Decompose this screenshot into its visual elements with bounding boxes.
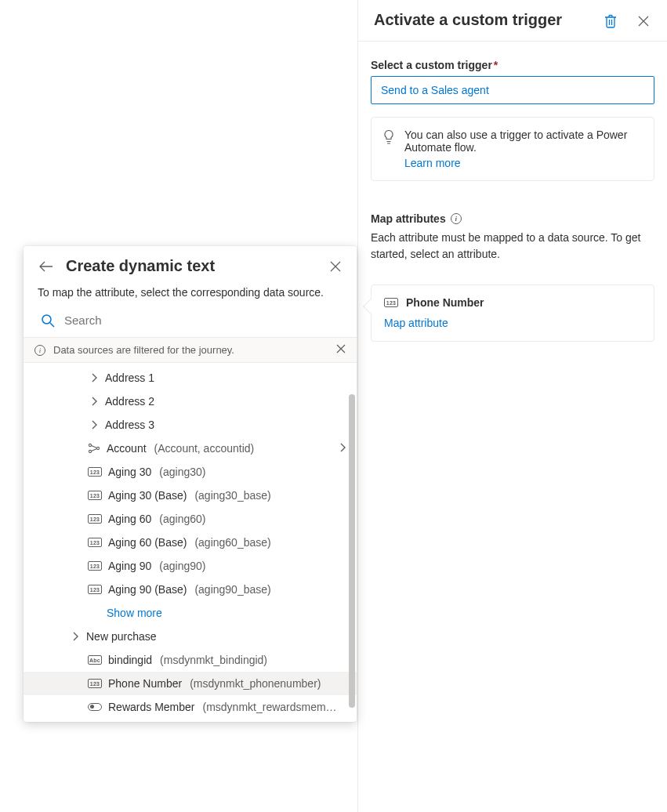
panel-body: Select a custom trigger* Send to a Sales… [358,42,667,359]
text-type-icon: Abc [88,655,102,665]
number-type-icon: 123 [88,538,102,547]
number-type-icon: 123 [88,514,102,524]
panel-header-actions [603,9,651,30]
svg-point-2 [89,451,91,453]
chevron-right-icon [89,397,99,406]
attribute-card[interactable]: 123 Phone Number Map attribute [371,285,654,342]
number-type-icon: 123 [88,585,102,594]
filter-text: Data sources are filtered for the journe… [53,344,234,356]
tree-item-address-3[interactable]: Address 3 [24,413,357,437]
chevron-right-icon [71,632,80,641]
info-icon[interactable]: i [451,213,462,224]
dismiss-filter-button[interactable] [336,344,346,356]
number-type-icon: 123 [88,491,102,500]
popup-header: Create dynamic text [24,246,357,280]
map-attribute-link[interactable]: Map attribute [384,317,448,329]
tree-item-aging90[interactable]: 123 Aging 90(aging90) [24,554,357,578]
scrollbar-thumb[interactable] [349,394,355,708]
popup-description: To map the attribute, select the corresp… [24,280,357,308]
tip-card: You can also use a trigger to activate a… [371,117,654,181]
tree-item-bindingid[interactable]: Abc bindingid(msdynmkt_bindingid) [24,648,357,672]
chevron-right-icon [89,373,99,382]
number-type-icon: 123 [88,679,102,688]
tree-item-aging30-base[interactable]: 123 Aging 30 (Base)(aging30_base) [24,484,357,507]
tree-item-aging30[interactable]: 123 Aging 30(aging30) [24,460,357,484]
close-icon [330,261,341,272]
close-popup-button[interactable] [328,259,343,274]
close-icon [336,344,346,353]
tree-item-aging90-base[interactable]: 123 Aging 90 (Base)(aging90_base) [24,578,357,601]
search-row [24,308,357,337]
svg-point-0 [42,315,51,324]
boolean-type-icon [88,703,102,711]
tip-text: You can also use a trigger to activate a… [404,129,627,154]
tree-item-phone-number[interactable]: 123 Phone Number(msdynmkt_phonenumber) [24,672,357,695]
tree-item-aging60-base[interactable]: 123 Aging 60 (Base)(aging60_base) [24,531,357,554]
number-type-icon: 123 [88,467,102,477]
attribute-card-pointer [363,299,379,314]
arrow-left-icon [39,261,53,272]
tip-content: You can also use a trigger to activate a… [404,129,643,169]
show-more-link[interactable]: Show more [24,601,357,625]
search-icon [41,314,55,328]
info-icon: i [34,345,45,356]
map-attributes-desc: Each attribute must be mapped to a data … [371,230,654,263]
number-type-icon: 123 [384,298,398,307]
number-type-icon: 123 [88,561,102,571]
filter-bar: i Data sources are filtered for the jour… [24,337,357,363]
learn-more-link[interactable]: Learn more [404,157,461,169]
lightbulb-icon [382,129,395,147]
select-trigger-label: Select a custom trigger* [371,59,654,71]
panel-header: Activate a custom trigger [358,0,667,42]
tree-item-account[interactable]: Account (Account, accountid) [24,437,357,460]
dynamic-text-popup: Create dynamic text To map the attribute… [24,246,357,722]
trash-icon [604,14,617,28]
tree-item-rewards-member[interactable]: Rewards Member(msdynmkt_rewardsmem… [24,695,357,719]
chevron-right-icon [339,442,346,455]
map-attributes-header: Map attributes i [371,212,654,225]
close-panel-button[interactable] [636,13,651,30]
side-panel: Activate a custom trigger Select a custo… [357,0,667,812]
delete-button[interactable] [603,13,618,30]
select-trigger-input[interactable]: Send to a Sales agent [371,76,654,104]
panel-title: Activate a custom trigger [374,9,562,30]
popup-title: Create dynamic text [66,257,317,275]
back-button[interactable] [38,259,55,274]
chevron-right-icon [89,420,99,430]
tree-item-aging60[interactable]: 123 Aging 60(aging60) [24,507,357,531]
svg-point-1 [89,444,91,447]
tree-item-address-1[interactable]: Address 1 [24,366,357,390]
tree-item-address-2[interactable]: Address 2 [24,390,357,413]
lookup-icon [88,443,100,454]
search-input[interactable] [63,313,343,328]
tree-item-new-purchase[interactable]: New purchase [24,625,357,648]
svg-point-3 [96,448,99,450]
attribute-name: Phone Number [406,296,484,309]
close-icon [637,15,650,27]
data-source-tree: Address 1 Address 2 Address 3 Account (A… [24,363,357,722]
